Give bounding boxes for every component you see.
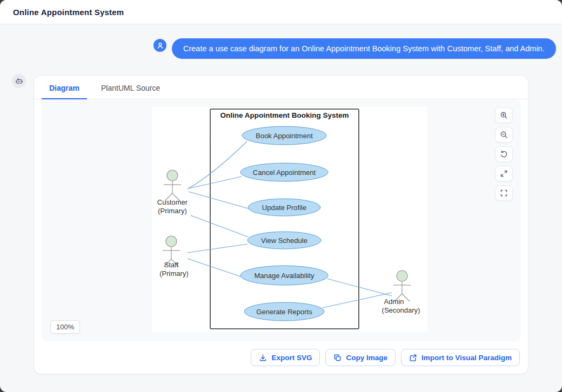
diagram-card: Diagram PlantUML Source Online Appointme… <box>34 75 528 374</box>
actor-admin-role: (Secondary) <box>382 306 420 314</box>
action-bar: Export SVG Copy Image Import to Visual P… <box>251 349 520 366</box>
zoom-toolbar <box>495 107 513 201</box>
copy-icon <box>333 354 342 362</box>
actor-admin-name: Admin <box>384 298 404 306</box>
zoom-level-badge: 100% <box>50 320 80 334</box>
tab-plantuml-source[interactable]: PlantUML Source <box>101 84 160 99</box>
actor-staff-head <box>166 236 177 247</box>
user-message-row: Create a use case diagram for an Online … <box>153 38 556 59</box>
copy-image-label: Copy Image <box>346 354 387 362</box>
fullscreen-icon <box>500 189 508 197</box>
usecase-diagram: Online Appointment Booking SystemBook Ap… <box>152 107 427 332</box>
person-icon <box>157 42 164 49</box>
actor-customer-head <box>167 170 178 181</box>
external-link-icon <box>409 354 417 362</box>
fullscreen-button[interactable] <box>495 185 513 201</box>
zoom-in-icon <box>500 111 508 119</box>
zoom-out-button[interactable] <box>495 127 513 143</box>
fit-to-screen-button[interactable] <box>495 166 513 181</box>
usecase-cancel-label: Cancel Appointment <box>253 168 316 177</box>
app-header: Online Appointment System <box>0 0 562 24</box>
download-icon <box>259 354 267 362</box>
usecase-manage-label: Manage Availability <box>254 272 315 280</box>
user-message-bubble: Create a use case diagram for an Online … <box>172 38 556 59</box>
diagram-viewport[interactable]: Online Appointment Booking SystemBook Ap… <box>42 100 521 341</box>
expand-arrows-icon <box>500 170 508 178</box>
tab-bar: Diagram PlantUML Source <box>34 76 528 99</box>
usecase-generate-label: Generate Reports <box>256 308 312 316</box>
user-avatar <box>153 39 166 52</box>
actor-staff-role: (Primary) <box>159 269 188 278</box>
import-label: Import to Visual Paradigm <box>422 354 512 362</box>
actor-admin-head <box>397 271 407 281</box>
reset-icon <box>500 150 508 158</box>
reset-view-button[interactable] <box>495 146 513 162</box>
copy-image-button[interactable]: Copy Image <box>325 349 396 366</box>
export-svg-button[interactable]: Export SVG <box>251 349 320 366</box>
zoom-in-button[interactable] <box>495 107 513 123</box>
main-content: Create a use case diagram for an Online … <box>0 24 562 392</box>
diagram-canvas[interactable]: Online Appointment Booking SystemBook Ap… <box>152 107 427 332</box>
import-to-visual-paradigm-button[interactable]: Import to Visual Paradigm <box>401 349 520 366</box>
usecase-book-label: Book Appointment <box>256 132 313 140</box>
actor-customer-name: Customer <box>157 198 188 206</box>
tab-diagram[interactable]: Diagram <box>49 84 79 99</box>
actor-customer <box>164 170 181 201</box>
robot-icon <box>15 77 23 85</box>
zoom-out-icon <box>500 131 508 139</box>
usecase-update-label: Update Profile <box>262 204 306 212</box>
system-boundary-title: Online Appointment Booking System <box>220 111 349 119</box>
bot-avatar <box>12 74 26 88</box>
actor-customer-role: (Primary) <box>158 207 186 215</box>
page-title: Online Appointment System <box>13 8 124 17</box>
usecase-view-label: View Schedule <box>261 236 307 245</box>
actor-admin <box>393 271 411 301</box>
actor-staff-name: Staff <box>164 261 179 269</box>
export-svg-label: Export SVG <box>271 354 312 362</box>
app-window: Online Appointment System Create a use c… <box>0 0 562 392</box>
